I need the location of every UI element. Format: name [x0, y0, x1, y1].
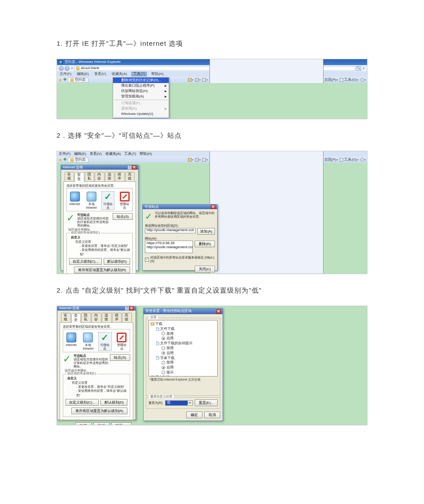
radio-disable[interactable]: [162, 361, 165, 364]
zone-restricted[interactable]: 受限站点: [118, 192, 131, 209]
zone-internet[interactable]: Internet: [65, 333, 78, 350]
menu-tools[interactable]: 工具(T): [131, 72, 147, 77]
menu-item-phishing-filter[interactable]: 仿冒网站筛选(H)▶: [113, 88, 169, 94]
tab-advanced[interactable]: 高级: [122, 313, 132, 322]
add-site-label: 将该网站添加到区域(D):: [145, 224, 215, 228]
close-icon[interactable]: ✕: [132, 165, 136, 170]
menu-help[interactable]: 帮助(H): [140, 152, 152, 156]
ok-button[interactable]: 确定: [75, 422, 92, 425]
add-favorite-icon[interactable]: ✚: [63, 158, 67, 162]
print-button[interactable]: ▾: [202, 78, 208, 82]
zone-trusted[interactable]: ✓可信站点: [102, 192, 114, 209]
tab-connections[interactable]: 连接: [102, 313, 112, 322]
reset-button[interactable]: 重置(E)...: [195, 399, 218, 406]
zone-internet[interactable]: Internet: [69, 192, 81, 209]
forward-button[interactable]: [65, 66, 70, 71]
tab-connections[interactable]: 连接: [105, 172, 114, 181]
rss-button[interactable]: ▾: [195, 158, 201, 162]
menu-help[interactable]: 帮助(H): [150, 72, 164, 76]
menu-tools[interactable]: 工具(T): [124, 152, 136, 156]
menu-edit[interactable]: 编辑(E): [76, 72, 90, 76]
tab-content[interactable]: 内容: [92, 313, 101, 322]
close-icon[interactable]: ✕: [216, 309, 221, 314]
cancel-button[interactable]: 取消: [93, 422, 109, 425]
reset-all-zones-button[interactable]: 将所有区域重置为默认级别(R): [74, 267, 130, 273]
list-item[interactable]: http://ynodb.management.ccb: [147, 245, 191, 250]
zone-trusted[interactable]: ✓可信站点: [99, 333, 111, 350]
default-level-button[interactable]: 默认级别(D): [104, 258, 130, 265]
radio-enable[interactable]: [162, 351, 165, 355]
remove-site-button[interactable]: 删除(R): [195, 241, 215, 247]
help-icon[interactable]: ?: [125, 306, 129, 311]
chevron-down-icon[interactable]: ▾: [188, 401, 192, 404]
zone-restricted[interactable]: 受限站点: [116, 333, 128, 350]
reset-level-select[interactable]: 低 ▾: [165, 400, 193, 406]
print-button[interactable]: ▾: [202, 158, 208, 162]
menu-item-windows-update[interactable]: Windows Update(U): [113, 111, 169, 117]
radio-enable[interactable]: [162, 366, 165, 369]
menu-item-manage-addons[interactable]: 管理加载项(A)▶: [113, 94, 169, 99]
tab-security[interactable]: 安全: [71, 313, 81, 323]
menu-file[interactable]: 文件(F): [59, 72, 72, 76]
sites-button[interactable]: 站点(S): [113, 213, 133, 220]
menu-view[interactable]: 查看(V): [90, 152, 102, 156]
menu-favorites[interactable]: 收藏夹(A): [111, 72, 128, 76]
ok-button[interactable]: 确定: [186, 412, 202, 418]
tab-privacy[interactable]: 隐私: [85, 172, 94, 181]
apply-button[interactable]: 应用(A): [111, 422, 131, 425]
cancel-button[interactable]: 取消: [204, 412, 220, 418]
browser-tab[interactable]: 空白页: [68, 157, 88, 162]
add-site-button[interactable]: 添加(A): [197, 228, 215, 235]
close-button[interactable]: 关闭(C): [195, 266, 215, 272]
help-button[interactable]: ▾: [360, 158, 366, 162]
back-button[interactable]: [59, 66, 64, 71]
radio-disable[interactable]: [162, 346, 165, 350]
browser-tab[interactable]: 空白页: [68, 77, 88, 83]
custom-level-button[interactable]: 自定义级别(C)...: [66, 399, 99, 406]
menu-item-internet-options[interactable]: Internet 选项(O): [113, 118, 169, 119]
step-2-heading: 2 . 选择 "安全"—》"可信站点"—》站点: [57, 131, 367, 140]
close-icon[interactable]: ✕: [211, 205, 215, 209]
screenshot-1: 空白页 - Windows Internet Explorer ▾ about:…: [57, 59, 367, 119]
menu-favorites[interactable]: 收藏夹(A): [105, 152, 121, 156]
radio-disable[interactable]: [162, 332, 165, 335]
favorites-star-icon[interactable]: ★: [58, 78, 62, 83]
rss-button[interactable]: ▾: [195, 78, 201, 82]
tab-privacy[interactable]: 隐私: [81, 313, 91, 322]
menu-file[interactable]: 文件(F): [59, 152, 70, 156]
tab-content[interactable]: 内容: [95, 172, 104, 181]
require-https-checkbox[interactable]: ✓: [145, 258, 149, 262]
menu-item-delete-history[interactable]: 删除浏览的历史记录(D)...: [113, 78, 169, 83]
home-button[interactable]: ▾: [188, 158, 193, 162]
radio-prompt[interactable]: [162, 371, 165, 374]
sites-listbox[interactable]: https://70.0.98.39 http://ynodb.manageme…: [145, 241, 193, 253]
radio-enable[interactable]: [162, 337, 165, 340]
security-settings-tree[interactable]: 下载 文件下载 禁用 启用 文件下载的自动提示 禁用 启用 字体下载 禁用 启用…: [149, 320, 218, 377]
add-favorite-icon[interactable]: ✚: [63, 78, 67, 82]
tab-advanced[interactable]: 高级: [125, 172, 135, 181]
close-icon[interactable]: ✕: [129, 306, 134, 311]
default-level-button[interactable]: 默认级别(D): [101, 399, 127, 406]
tools-menu-button[interactable]: 工具(O)▾: [340, 158, 358, 162]
tab-security[interactable]: 安全: [74, 172, 84, 182]
menu-edit[interactable]: 编辑(E): [74, 152, 86, 156]
sites-button[interactable]: 站点(S): [110, 354, 130, 361]
menu-item-popup-blocker[interactable]: 弹出窗口阻止程序(P)▶: [113, 83, 169, 88]
custom-level-button[interactable]: 自定义级别(C)...: [69, 258, 102, 265]
zone-intranet[interactable]: 本地 Intranet: [82, 333, 95, 350]
tools-menu-button[interactable]: 工具(O)▾: [340, 78, 358, 82]
help-icon[interactable]: ?: [127, 165, 132, 170]
nav-history-dropdown[interactable]: ▾: [70, 67, 74, 70]
help-button[interactable]: ▾: [360, 78, 366, 82]
zone-intranet[interactable]: 本地 Intranet: [85, 192, 97, 209]
favorites-star-icon[interactable]: ★: [58, 158, 62, 162]
home-button[interactable]: ▾: [188, 78, 193, 82]
menu-view[interactable]: 查看(V): [93, 72, 107, 76]
globe-icon: [70, 192, 80, 202]
tab-general[interactable]: 常规: [65, 172, 74, 181]
tab-programs[interactable]: 程序: [115, 172, 124, 181]
add-site-input[interactable]: http://ynodb.management.ccb: [145, 228, 196, 233]
tab-general[interactable]: 常规: [61, 313, 71, 322]
reset-all-zones-button[interactable]: 将所有区域重置为默认级别(R): [71, 408, 127, 414]
tab-programs[interactable]: 程序: [112, 313, 122, 322]
